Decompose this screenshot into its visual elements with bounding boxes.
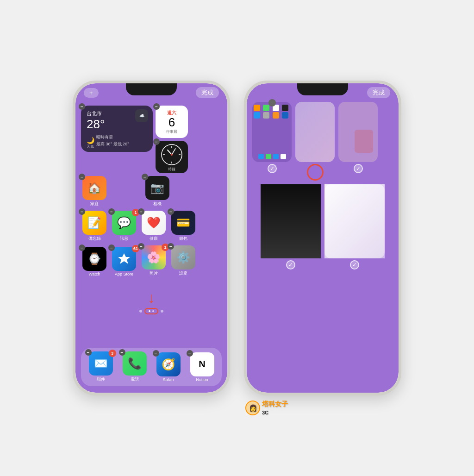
- weather-desc2: 最高 36° 最低 26°: [96, 141, 129, 147]
- dot-1: [139, 310, 142, 313]
- svg-line-6: [172, 149, 175, 155]
- settings-label: 設定: [179, 270, 187, 276]
- dot-highlighted[interactable]: [144, 308, 158, 314]
- svg-line-5: [168, 150, 172, 155]
- minus-camera[interactable]: −: [142, 174, 148, 180]
- settings-app[interactable]: − ⚙️ 設定: [170, 245, 197, 276]
- minus-health[interactable]: −: [138, 208, 144, 215]
- photos-app[interactable]: − 1 🌸 照片: [140, 245, 167, 276]
- svg-point-7: [171, 154, 173, 156]
- minus-wallet[interactable]: −: [168, 208, 174, 215]
- mail-dock[interactable]: − 3 ✉️ 郵件: [87, 351, 114, 382]
- appstore-app[interactable]: − 61 App Store: [111, 247, 137, 276]
- wallet-app[interactable]: − 💳 錢包: [170, 211, 197, 242]
- safari-dock[interactable]: − 🧭 Safari: [155, 352, 182, 382]
- phone-label: 電話: [131, 376, 139, 382]
- wallpaper-3[interactable]: ✓: [338, 102, 378, 173]
- notes-app[interactable]: − 📝 備忘錄: [81, 211, 108, 242]
- weather-label: 天氣: [87, 144, 94, 149]
- calendar-label: 行事曆: [166, 129, 177, 134]
- calendar-widget[interactable]: 週六 6 行事曆: [156, 106, 188, 138]
- notion-dock[interactable]: − N Notion: [189, 352, 216, 382]
- page-dots: [139, 308, 163, 314]
- wallpaper-thumb-4: [261, 184, 321, 258]
- watermark-text: 塔科女子3C: [262, 400, 288, 416]
- camera-icon: 📷: [145, 176, 169, 200]
- minus-notes[interactable]: −: [79, 208, 85, 215]
- minus-photos[interactable]: −: [138, 243, 144, 250]
- minus-phone[interactable]: −: [119, 349, 125, 356]
- check-wp5[interactable]: ✓: [350, 260, 359, 269]
- home-app[interactable]: − 🏠 家庭: [81, 176, 108, 207]
- notes-label: 備忘錄: [88, 236, 101, 242]
- minus-weather[interactable]: −: [79, 103, 85, 110]
- home-icon: 🏠: [82, 176, 106, 200]
- minus-appstore[interactable]: −: [108, 244, 115, 251]
- wallpaper-1[interactable]: −: [252, 102, 292, 173]
- minus-notion[interactable]: −: [187, 350, 193, 357]
- wallpaper-thumb-2: [295, 102, 335, 162]
- minus-safari[interactable]: −: [153, 350, 159, 357]
- settings-icon: ⚙️: [171, 245, 195, 269]
- wallpaper-thumb-5: [324, 184, 385, 258]
- minus-home[interactable]: −: [79, 174, 85, 180]
- phone-1-screen: + 完成 − 台北市 28° 🌙: [75, 83, 227, 393]
- check-wp2-ring[interactable]: [307, 164, 324, 181]
- phone-dock[interactable]: − 📞 電話: [121, 351, 148, 382]
- check-wp3[interactable]: ✓: [354, 164, 363, 173]
- minus-calendar[interactable]: −: [153, 103, 160, 110]
- health-label: 健康: [150, 236, 158, 242]
- messages-app[interactable]: − 1 💬 訊息: [111, 211, 137, 242]
- watch-label: Watch: [88, 272, 100, 276]
- right-widgets: − 週六 6 行事曆 −: [156, 106, 188, 173]
- dot-inner-2: [152, 310, 154, 312]
- phone-icon: 📞: [123, 351, 147, 376]
- health-app[interactable]: − ❤️ 健康: [140, 211, 167, 242]
- photos-label: 照片: [150, 270, 158, 276]
- minus-messages[interactable]: −: [108, 208, 115, 215]
- dock: − 3 ✉️ 郵件 − 📞 電話 − 🧭 Safari: [81, 348, 222, 386]
- clock-container: −: [156, 141, 188, 173]
- check-wp4[interactable]: ✓: [286, 260, 295, 269]
- notion-icon: N: [190, 352, 214, 376]
- minus-wp1[interactable]: −: [268, 99, 276, 106]
- home-label: 家庭: [90, 201, 99, 207]
- check-wp1[interactable]: ✓: [268, 164, 277, 173]
- watch-icon: ⌚: [82, 247, 106, 271]
- watch-app[interactable]: − ⌚ Watch: [81, 247, 108, 276]
- dot-inner-1: [149, 310, 150, 312]
- safari-icon: 🧭: [156, 352, 181, 376]
- camera-label: 相機: [153, 201, 162, 207]
- calendar-container: − 週六 6 行事曆: [156, 106, 188, 138]
- wallpaper-4[interactable]: ✓: [261, 184, 321, 269]
- done-button-1[interactable]: 完成: [196, 87, 219, 98]
- watermark-avatar: 👩: [245, 401, 260, 415]
- phone-2-screen: 完成 −: [247, 83, 399, 393]
- clock-widget[interactable]: 時鐘: [156, 141, 188, 173]
- weather-widget-container: − 台北市 28° 🌙 晴時有雲 最高 36° 最低 26°: [81, 106, 153, 155]
- wallpaper-thumb-1: [252, 102, 292, 162]
- wallpaper-2[interactable]: [295, 102, 335, 181]
- dot-3: [161, 310, 163, 313]
- messages-label: 訊息: [120, 236, 128, 242]
- add-button[interactable]: +: [84, 88, 99, 98]
- done-button-2[interactable]: 完成: [367, 87, 390, 98]
- clock-svg: [160, 143, 184, 167]
- minus-settings[interactable]: −: [168, 243, 174, 250]
- notes-icon: 📝: [82, 211, 106, 235]
- wallpaper-row-1: −: [252, 102, 393, 181]
- wallpaper-5[interactable]: ✓: [324, 184, 385, 269]
- safari-label: Safari: [163, 377, 174, 382]
- wallet-label: 錢包: [179, 236, 187, 242]
- minus-mail[interactable]: −: [85, 349, 92, 356]
- minus-clock[interactable]: −: [153, 138, 160, 145]
- camera-app[interactable]: − 📷 相機: [144, 176, 171, 207]
- home-content: − 台北市 28° 🌙 晴時有雲 最高 36° 最低 26°: [75, 102, 227, 393]
- page-indicator-area: ↓: [81, 289, 222, 314]
- phone-2: 完成 −: [244, 81, 401, 395]
- weather-widget[interactable]: 台北市 28° 🌙 晴時有雲 最高 36° 最低 26° ☁️: [81, 106, 153, 152]
- top-widgets-row: − 台北市 28° 🌙 晴時有雲 最高 36° 最低 26°: [81, 106, 222, 173]
- wallet-icon: 💳: [171, 211, 195, 235]
- minus-watch[interactable]: −: [79, 244, 85, 251]
- wallpaper-thumb-3: [338, 102, 378, 162]
